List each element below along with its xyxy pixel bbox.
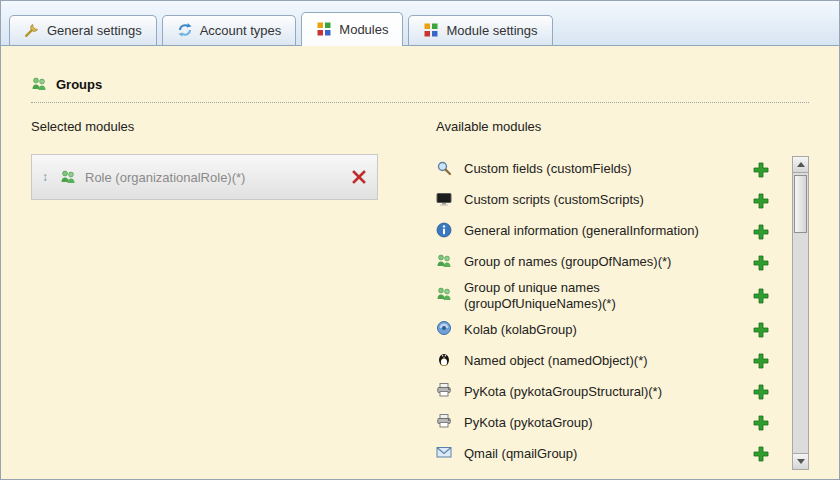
tab-general-settings[interactable]: General settings bbox=[9, 15, 157, 45]
available-module-row: Group of names (groupOfNames)(*) bbox=[436, 247, 783, 278]
module-label: Kolab (kolabGroup) bbox=[464, 322, 753, 338]
printer-icon bbox=[436, 413, 454, 433]
tab-label: Modules bbox=[339, 22, 388, 37]
terminal-icon bbox=[436, 191, 454, 211]
module-label: Group of names (groupOfNames)(*) bbox=[464, 254, 753, 270]
tab-module-settings[interactable]: Module settings bbox=[408, 15, 552, 45]
arrow-up-icon bbox=[797, 162, 805, 167]
kolab-icon bbox=[436, 320, 454, 340]
modules-content: Groups Selected modules ↕ Role (organiza… bbox=[1, 46, 839, 480]
scrollbar-thumb[interactable] bbox=[794, 175, 807, 233]
add-module-button[interactable] bbox=[753, 193, 769, 209]
group-icon bbox=[436, 286, 454, 306]
module-label: General information (generalInformation) bbox=[464, 223, 753, 239]
add-module-button[interactable] bbox=[753, 384, 769, 400]
tab-label: General settings bbox=[47, 23, 142, 38]
add-module-button[interactable] bbox=[753, 162, 769, 178]
available-module-row: General information (generalInformation) bbox=[436, 216, 783, 247]
add-module-button[interactable] bbox=[753, 255, 769, 271]
available-module-row: Group of unique names (groupOfUniqueName… bbox=[436, 278, 783, 315]
module-label: PyKota (pykotaGroupStructural)(*) bbox=[464, 384, 753, 400]
drag-handle-icon[interactable]: ↕ bbox=[42, 170, 48, 184]
available-module-row: Kolab (kolabGroup) bbox=[436, 315, 783, 346]
wrench-icon bbox=[24, 22, 40, 38]
scroll-down-button[interactable] bbox=[793, 453, 808, 469]
module-label: Qmail (qmailGroup) bbox=[464, 446, 753, 462]
remove-module-button[interactable] bbox=[351, 169, 367, 185]
selected-module-label: Role (organizationalRole)(*) bbox=[85, 170, 351, 185]
module-label: Custom scripts (customScripts) bbox=[464, 192, 753, 208]
module-label: Named object (namedObject)(*) bbox=[464, 353, 753, 369]
penguin-icon bbox=[436, 351, 454, 371]
group-icon bbox=[31, 76, 47, 92]
add-module-button[interactable] bbox=[753, 415, 769, 431]
add-module-button[interactable] bbox=[753, 288, 769, 304]
page-title: Groups bbox=[56, 77, 102, 92]
group-icon bbox=[60, 169, 76, 185]
add-module-button[interactable] bbox=[753, 446, 769, 462]
tab-account-types[interactable]: Account types bbox=[162, 15, 297, 45]
selected-module-row: ↕ Role (organizationalRole)(*) bbox=[31, 154, 378, 200]
available-module-row: PyKota (pykotaGroupStructural)(*) bbox=[436, 377, 783, 408]
available-module-row: Qmail (qmailGroup) bbox=[436, 439, 783, 470]
available-module-row: Custom scripts (customScripts) bbox=[436, 185, 783, 216]
add-module-button[interactable] bbox=[753, 353, 769, 369]
tab-modules[interactable]: Modules bbox=[301, 12, 403, 46]
tab-label: Account types bbox=[200, 23, 282, 38]
group-icon bbox=[436, 253, 454, 273]
selected-modules-column: Selected modules ↕ Role (organizationalR… bbox=[31, 119, 406, 474]
add-module-button[interactable] bbox=[753, 224, 769, 240]
module-label: Group of unique names (groupOfUniqueName… bbox=[464, 280, 689, 313]
modules-columns: Selected modules ↕ Role (organizationalR… bbox=[31, 119, 809, 474]
available-module-row: Custom fields (customFields) bbox=[436, 154, 783, 185]
tab-label: Module settings bbox=[446, 23, 537, 38]
printer-icon bbox=[436, 382, 454, 402]
available-modules-heading: Available modules bbox=[436, 119, 809, 134]
available-module-row: PyKota (pykotaGroup) bbox=[436, 408, 783, 439]
selected-modules-heading: Selected modules bbox=[31, 119, 406, 134]
modules-icon bbox=[316, 21, 332, 37]
module-label: PyKota (pykotaGroup) bbox=[464, 415, 753, 431]
mail-icon bbox=[436, 444, 454, 464]
section-heading: Groups bbox=[31, 76, 809, 103]
magnifier-icon bbox=[436, 160, 454, 180]
arrow-down-icon bbox=[797, 459, 805, 464]
available-modules-column: Available modules Custom fields (customF… bbox=[436, 119, 809, 474]
available-modules-list: Custom fields (customFields) Custom scri… bbox=[436, 154, 809, 474]
add-module-button[interactable] bbox=[753, 322, 769, 338]
scroll-up-button[interactable] bbox=[793, 157, 808, 173]
module-settings-icon bbox=[423, 22, 439, 38]
info-icon bbox=[436, 222, 454, 242]
available-module-row: Named object (namedObject)(*) bbox=[436, 346, 783, 377]
vertical-scrollbar[interactable] bbox=[792, 156, 809, 470]
sync-arrows-icon bbox=[177, 22, 193, 38]
lam-configuration-page: General settings Account types Modules M… bbox=[0, 0, 840, 480]
tab-bar: General settings Account types Modules M… bbox=[1, 1, 839, 46]
module-label: Custom fields (customFields) bbox=[464, 161, 753, 177]
